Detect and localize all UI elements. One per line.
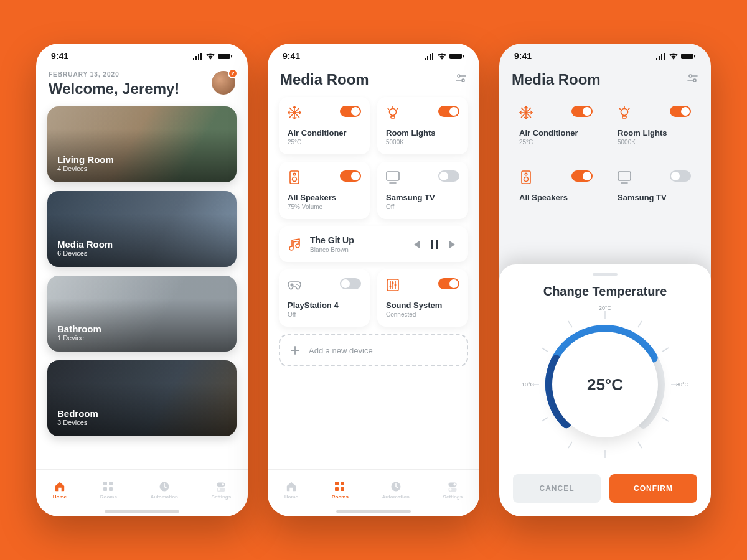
tab-automation[interactable]: Automation xyxy=(151,481,178,500)
device-toggle[interactable] xyxy=(670,106,691,117)
grid-icon xyxy=(103,481,114,492)
bulb-icon xyxy=(618,106,631,119)
device-name: Air Conditioner xyxy=(519,128,593,138)
device-name: All Speakers xyxy=(519,193,593,202)
device-grid: Air Conditioner 25°C Room Lights 5000K A… xyxy=(510,97,700,211)
tab-automation[interactable]: Automation xyxy=(382,481,410,500)
next-track-button[interactable] xyxy=(448,240,458,250)
pause-button[interactable] xyxy=(430,240,439,250)
tab-home[interactable]: Home xyxy=(53,481,67,500)
device-sub: 5000K xyxy=(386,139,459,146)
room-name: Bathroom xyxy=(57,324,101,334)
svg-line-51 xyxy=(662,418,669,421)
header-date: FEBRUARY 13, 2020 xyxy=(49,71,179,78)
room-card-bedroom[interactable]: Bedroom 3 Devices xyxy=(47,360,237,436)
svg-line-48 xyxy=(568,442,572,448)
tab-bar: Home Rooms Automation Settings xyxy=(36,469,248,510)
device-sub: Off xyxy=(288,311,361,318)
room-card-living-room[interactable]: Living Room 4 Devices xyxy=(47,106,237,182)
signal-icon xyxy=(655,53,666,60)
room-name: Living Room xyxy=(57,154,114,165)
toggle-icon xyxy=(215,481,227,492)
tab-settings[interactable]: Settings xyxy=(443,481,463,500)
svg-line-53 xyxy=(662,348,669,352)
tick-label-right: 30°C xyxy=(676,381,688,388)
status-icons xyxy=(655,52,696,60)
device-card-all-speakers[interactable]: All Speakers 75% Volume xyxy=(279,162,370,219)
home-indicator xyxy=(336,510,411,513)
device-toggle[interactable] xyxy=(438,170,459,182)
device-toggle[interactable] xyxy=(340,170,361,182)
room-sub: 3 Devices xyxy=(57,419,98,426)
tab-bar: Home Rooms Automation Settings xyxy=(268,469,479,510)
bulb-icon xyxy=(386,106,400,119)
status-time: 9:41 xyxy=(514,51,532,61)
grid-icon xyxy=(334,481,345,492)
device-card-air-conditioner[interactable]: Air Conditioner 25°C xyxy=(510,97,601,154)
room-settings-button[interactable] xyxy=(456,73,467,86)
battery-icon xyxy=(449,53,464,60)
home-icon xyxy=(286,481,297,492)
status-bar: 9:41 xyxy=(499,44,711,68)
device-card-room-lights[interactable]: Room Lights 5000K xyxy=(609,97,700,154)
sheet-title: Change Temperature xyxy=(513,284,697,299)
tab-rooms[interactable]: Rooms xyxy=(332,481,349,500)
cancel-button[interactable]: CANCEL xyxy=(513,474,601,503)
room-card-bathroom[interactable]: Bathroom 1 Device xyxy=(47,276,237,352)
snowflake-icon xyxy=(288,106,301,119)
device-card-air-conditioner[interactable]: Air Conditioner 25°C xyxy=(279,97,370,154)
home-indicator xyxy=(105,510,179,513)
avatar[interactable]: 2 xyxy=(212,71,235,95)
welcome-title: Welcome, Jeremy! xyxy=(49,80,179,98)
svg-line-54 xyxy=(638,321,642,327)
device-card-room-lights[interactable]: Room Lights 5000K xyxy=(377,97,468,154)
room-title: Media Room xyxy=(280,71,369,88)
device-toggle[interactable] xyxy=(340,106,361,117)
device-grid: Air Conditioner 25°C Room Lights 5000K A… xyxy=(279,97,468,366)
device-name: Room Lights xyxy=(618,128,691,138)
signal-icon xyxy=(424,53,435,60)
room-name: Bedroom xyxy=(57,408,98,419)
add-device-button[interactable]: Add a new device xyxy=(279,334,468,366)
device-card-samsung-tv[interactable]: Samsung TV xyxy=(609,162,700,211)
tab-home[interactable]: Home xyxy=(284,481,298,500)
speaker-icon xyxy=(519,170,533,184)
device-card-samsung-tv[interactable]: Samsung TV Off xyxy=(377,162,468,219)
snowflake-icon xyxy=(519,106,533,119)
temperature-sheet-screen: 9:41 Media Room Air Conditioner 25°C xyxy=(499,44,711,516)
room-settings-button[interactable] xyxy=(687,73,698,86)
confirm-button[interactable]: CONFIRM xyxy=(609,474,697,503)
tv-icon xyxy=(386,170,400,184)
home-icon xyxy=(54,481,65,492)
device-sub: Off xyxy=(386,203,459,210)
device-card-all-speakers[interactable]: All Speakers xyxy=(510,162,601,211)
tab-label: Rooms xyxy=(332,494,349,500)
device-toggle[interactable] xyxy=(438,278,459,289)
sheet-handle[interactable] xyxy=(593,273,618,276)
device-toggle[interactable] xyxy=(340,278,361,289)
svg-line-45 xyxy=(542,348,548,352)
battery-icon xyxy=(218,53,233,60)
room-name: Media Room xyxy=(57,239,113,250)
notification-badge[interactable]: 2 xyxy=(228,68,238,78)
device-sub: 25°C xyxy=(519,139,593,146)
tab-label: Automation xyxy=(382,494,410,500)
temperature-dial[interactable]: 25°C 20°C 10°C 30°C xyxy=(524,304,686,465)
prev-track-button[interactable] xyxy=(411,240,421,250)
tab-settings[interactable]: Settings xyxy=(212,481,232,500)
room-title: Media Room xyxy=(512,71,601,88)
tab-label: Settings xyxy=(212,494,232,500)
room-card-media-room[interactable]: Media Room 6 Devices xyxy=(47,191,237,267)
device-name: All Speakers xyxy=(288,193,361,202)
room-sub: 6 Devices xyxy=(57,250,113,257)
now-playing-card[interactable]: The Git Up Blanco Brown xyxy=(279,226,468,262)
device-name: Air Conditioner xyxy=(288,128,361,138)
device-toggle[interactable] xyxy=(571,106,593,117)
device-card-sound-system[interactable]: Sound System Connected xyxy=(377,269,468,327)
device-toggle[interactable] xyxy=(571,170,593,182)
tab-rooms[interactable]: Rooms xyxy=(100,481,117,500)
temperature-value: 25°C xyxy=(552,332,658,437)
device-card-playstation[interactable]: PlayStation 4 Off xyxy=(279,269,370,327)
device-toggle[interactable] xyxy=(438,106,459,117)
device-toggle[interactable] xyxy=(670,170,691,182)
